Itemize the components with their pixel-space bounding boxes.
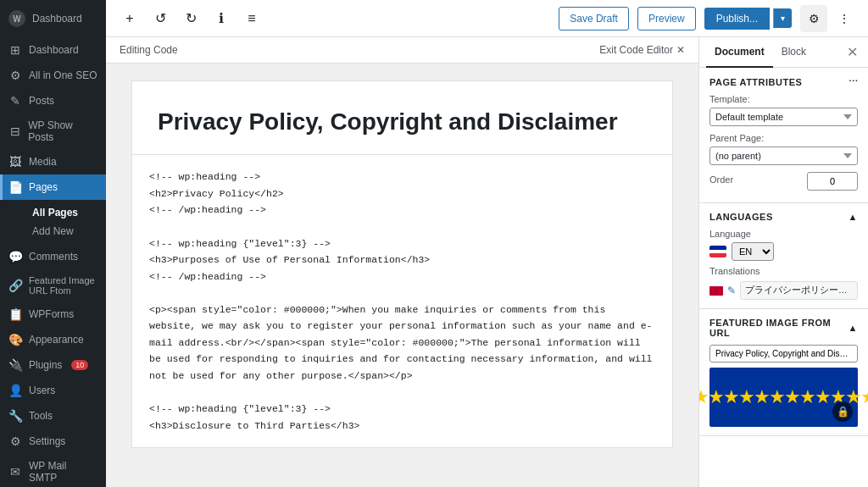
code-line-10 xyxy=(149,385,655,401)
code-line-3: <!-- /wp:heading --> xyxy=(149,202,655,219)
sidebar-sub-all-pages[interactable]: All Pages xyxy=(24,203,106,222)
content-area: Editing Code Exit Code Editor ✕ Privacy … xyxy=(106,37,868,487)
sidebar-item-settings[interactable]: ⚙ Settings xyxy=(0,429,106,454)
template-label: Template: xyxy=(709,94,858,104)
comments-icon: 💬 xyxy=(8,250,22,263)
tab-document[interactable]: Document xyxy=(706,37,773,68)
page-attributes-title: Page Attributes xyxy=(709,77,802,87)
users-icon: 👤 xyxy=(8,384,22,397)
sidebar-logo-label: Dashboard xyxy=(32,13,82,25)
add-block-button[interactable]: + xyxy=(116,5,143,32)
language-label: Language xyxy=(709,229,858,239)
editor-settings-button[interactable]: ⚙ xyxy=(800,5,827,32)
sidebar-item-featured-image[interactable]: 🔗 Featured Image URL Ftom xyxy=(0,269,106,302)
languages-header[interactable]: Languages ▲ xyxy=(709,212,858,222)
sidebar-item-wp-mail-smtp[interactable]: ✉ WP Mail SMTP xyxy=(0,454,106,487)
translation-row: ✎ プライバシーポリシー・著 xyxy=(709,281,858,300)
sidebar: W Dashboard ⊞ Dashboard ⚙ All in One SEO… xyxy=(0,0,106,487)
sidebar-item-wp-show-posts[interactable]: ⊟ WP Show Posts xyxy=(0,113,106,149)
sidebar-item-pages[interactable]: 📄 Pages xyxy=(0,174,106,200)
order-label: Order xyxy=(709,174,733,185)
tools-icon: 🔧 xyxy=(8,409,22,423)
appearance-icon: 🎨 xyxy=(8,333,22,346)
flag-icon-us xyxy=(709,246,726,257)
editor-toolbar: + ↺ ↻ ℹ ≡ Save Draft Preview Publish... … xyxy=(106,0,868,37)
page-attributes-toggle-icon: ⋯ xyxy=(849,76,859,87)
languages-section: Languages ▲ Language EN Translations ✎ プ… xyxy=(699,203,868,309)
order-input[interactable] xyxy=(807,172,858,191)
featured-image-title: Featured Image from URL xyxy=(709,318,849,338)
page-attributes-header[interactable]: Page Attributes ⋯ xyxy=(709,76,858,87)
sidebar-label-featured-image: Featured Image URL Ftom xyxy=(29,275,97,296)
featured-image-toggle-icon: ▲ xyxy=(849,323,858,333)
tab-block[interactable]: Block xyxy=(773,37,815,68)
translations-label: Translations xyxy=(709,266,858,276)
featured-image-url-input[interactable] xyxy=(709,345,858,362)
publish-arrow-button[interactable]: ▾ xyxy=(773,8,792,28)
panel-tabs: Document Block ✕ xyxy=(699,37,868,68)
plugins-badge: 10 xyxy=(71,360,88,370)
sidebar-item-posts[interactable]: ✎ Posts xyxy=(0,88,106,113)
sidebar-label-appearance: Appearance xyxy=(29,334,84,346)
editing-code-label: Editing Code xyxy=(120,44,178,56)
media-icon: 🖼 xyxy=(8,155,22,169)
pages-icon: 📄 xyxy=(8,180,22,194)
sidebar-item-tools[interactable]: 🔧 Tools xyxy=(0,403,106,429)
dashboard-icon: ⊞ xyxy=(8,43,22,57)
redo-button[interactable]: ↻ xyxy=(177,5,204,32)
sidebar-item-dashboard[interactable]: ⊞ Dashboard xyxy=(0,37,106,63)
languages-toggle-icon: ▲ xyxy=(849,212,858,222)
posts-icon: ✎ xyxy=(8,94,22,108)
sidebar-label-comments: Comments xyxy=(29,251,78,263)
featured-image-header[interactable]: Featured Image from URL ▲ xyxy=(709,318,858,338)
sidebar-label-users: Users xyxy=(29,385,55,396)
language-select[interactable]: EN xyxy=(732,242,774,261)
preview-button[interactable]: Preview xyxy=(637,7,696,30)
flag-icon-jp xyxy=(709,286,723,296)
sidebar-item-wpforms[interactable]: 📋 WPForms xyxy=(0,302,106,327)
panel-close-button[interactable]: ✕ xyxy=(843,41,861,64)
save-draft-button[interactable]: Save Draft xyxy=(559,7,629,30)
plugins-icon: 🔌 xyxy=(8,358,22,372)
code-line-2: <h2>Privacy Policy</h2> xyxy=(149,185,655,202)
code-line-6: <h3>Purposes of Use of Personal Informat… xyxy=(149,252,655,268)
sidebar-sub-add-new[interactable]: Add New xyxy=(24,222,106,241)
pages-submenu: All Pages Add New xyxy=(0,200,106,244)
settings-icon: ⚙ xyxy=(8,434,22,448)
tools-button[interactable]: ≡ xyxy=(238,5,265,32)
sidebar-item-comments[interactable]: 💬 Comments xyxy=(0,244,106,269)
sidebar-item-appearance[interactable]: 🎨 Appearance xyxy=(0,327,106,352)
info-button[interactable]: ℹ xyxy=(208,5,235,32)
undo-button[interactable]: ↺ xyxy=(147,5,174,32)
sidebar-item-seo[interactable]: ⚙ All in One SEO xyxy=(0,63,106,88)
sidebar-item-plugins[interactable]: 🔌 Plugins 10 xyxy=(0,352,106,378)
template-select[interactable]: Default template xyxy=(709,108,858,126)
exit-code-editor-button[interactable]: Exit Code Editor ✕ xyxy=(599,44,685,56)
code-editor-area[interactable]: <!-- wp:heading --> <h2>Privacy Policy</… xyxy=(131,155,673,448)
translation-edit-button[interactable]: ✎ xyxy=(726,284,737,297)
publish-button[interactable]: Publish... xyxy=(704,8,770,30)
main-area: + ↺ ↻ ℹ ≡ Save Draft Preview Publish... … xyxy=(106,0,868,487)
code-line-5: <!-- wp:heading {"level":3} --> xyxy=(149,235,655,252)
code-editor-bar: Editing Code Exit Code Editor ✕ xyxy=(106,37,698,64)
sidebar-label-pages: Pages xyxy=(29,181,58,193)
featured-image-icon: 🔗 xyxy=(8,279,22,292)
code-line-4 xyxy=(149,219,655,235)
exit-close-icon: ✕ xyxy=(676,44,685,56)
mail-icon: ✉ xyxy=(8,465,22,479)
code-line-9: <p><span style="color: #000000;">When yo… xyxy=(149,302,655,385)
order-row: Order xyxy=(709,172,858,191)
page-title-area: Privacy Policy, Copyright and Disclaimer xyxy=(131,80,673,155)
sidebar-item-media[interactable]: 🖼 Media xyxy=(0,149,106,174)
editor-wrapper: Editing Code Exit Code Editor ✕ Privacy … xyxy=(106,37,698,487)
more-options-button[interactable]: ⋮ xyxy=(831,5,858,32)
code-line-8 xyxy=(149,285,655,302)
featured-image-preview: ★★★★★★★★★★★★ 🔒 xyxy=(709,368,858,427)
show-posts-icon: ⊟ xyxy=(8,125,21,138)
wpforms-icon: 📋 xyxy=(8,307,22,321)
parent-page-select[interactable]: (no parent) xyxy=(709,147,858,165)
sidebar-item-users[interactable]: 👤 Users xyxy=(0,378,106,403)
sidebar-logo[interactable]: W Dashboard xyxy=(0,0,106,37)
sidebar-label-tools: Tools xyxy=(29,410,53,422)
page-title: Privacy Policy, Copyright and Disclaimer xyxy=(158,107,647,137)
